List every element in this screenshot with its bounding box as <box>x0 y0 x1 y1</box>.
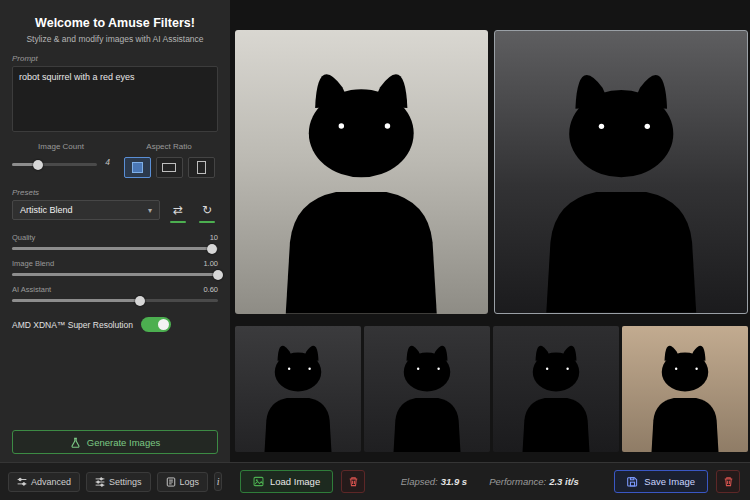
elapsed-stat: Elapsed:31.9 s <box>401 476 467 487</box>
image-count-label: Image Count <box>12 142 110 151</box>
generate-images-button[interactable]: Generate Images <box>12 430 218 454</box>
robot-squirrel-image <box>495 42 748 313</box>
thumbnail-3[interactable] <box>493 326 619 452</box>
thumbnail-image <box>493 331 619 452</box>
run-stats: Elapsed:31.9 s Performance:2.3 it/s <box>401 476 579 487</box>
aspect-landscape-button[interactable] <box>156 157 183 178</box>
welcome-subtitle: Stylize & and modify images with AI Assi… <box>12 34 218 44</box>
chevron-down-icon: ▾ <box>148 206 152 215</box>
delete-source-button[interactable] <box>341 470 365 493</box>
load-image-label: Load Image <box>270 476 320 487</box>
settings-sliders-icon <box>95 477 105 487</box>
thumbnail-image <box>622 331 748 452</box>
super-resolution-toggle[interactable] <box>141 317 171 332</box>
squirrel-astronaut-image <box>235 41 488 314</box>
thumbnail-2[interactable] <box>364 326 490 452</box>
info-icon: i <box>217 476 220 487</box>
delete-result-button[interactable] <box>716 470 740 493</box>
prompt-label: Prompt <box>12 54 218 63</box>
image-blend-label: Image Blend <box>12 259 54 268</box>
ai-assistant-label: AI Assistant <box>12 285 51 294</box>
settings-label: Settings <box>109 477 142 487</box>
aspect-square-button[interactable] <box>124 157 151 178</box>
performance-label: Performance: <box>489 476 546 487</box>
performance-value: 2.3 it/s <box>549 476 579 487</box>
preset-selected-value: Artistic Blend <box>20 205 73 215</box>
bottom-bar: Advanced Settings Logs i <box>0 462 750 500</box>
sidebar: Welcome to Amuse Filters! Stylize & and … <box>0 0 230 462</box>
prompt-input[interactable]: robot squirrel with a red eyes <box>12 66 218 132</box>
sliders-icon <box>17 477 27 487</box>
presets-label: Presets <box>12 188 218 197</box>
super-resolution-label: AMD XDNA™ Super Resolution <box>12 320 133 330</box>
thumbnail-image <box>235 331 361 452</box>
thumbnail-4[interactable] <box>622 326 748 452</box>
elapsed-value: 31.9 s <box>441 476 467 487</box>
trash-icon <box>723 476 734 487</box>
load-image-button[interactable]: Load Image <box>240 470 333 493</box>
flask-icon <box>70 437 81 448</box>
info-button[interactable]: i <box>214 472 222 491</box>
slider-knob[interactable] <box>135 296 145 306</box>
main-workspace <box>230 0 750 462</box>
slider-knob[interactable] <box>213 270 223 280</box>
quality-value: 10 <box>210 233 218 242</box>
canvas-toolbar: Load Image Elapsed:31.9 s Performance:2.… <box>230 470 750 493</box>
image-blend-control: Image Blend 1.00 <box>12 259 218 276</box>
source-image[interactable] <box>235 30 488 314</box>
shuffle-button[interactable]: ⇄ <box>167 200 189 220</box>
refresh-active-indicator <box>199 221 215 223</box>
thumbnail-1[interactable] <box>235 326 361 452</box>
slider-knob[interactable] <box>33 160 43 170</box>
landscape-aspect-icon <box>162 163 176 172</box>
result-image-selected[interactable] <box>494 30 749 314</box>
presets-dropdown[interactable]: Artistic Blend ▾ <box>12 200 160 220</box>
slider-knob[interactable] <box>207 244 217 254</box>
image-blend-slider[interactable] <box>12 273 218 276</box>
toggle-knob <box>158 319 169 330</box>
ai-assistant-control: AI Assistant 0.60 <box>12 285 218 302</box>
super-resolution-row: AMD XDNA™ Super Resolution <box>12 317 218 332</box>
image-count-slider[interactable] <box>12 163 97 166</box>
count-aspect-row: Image Count 4 Aspect Ratio <box>12 142 218 178</box>
app-window: Welcome to Amuse Filters! Stylize & and … <box>0 0 750 500</box>
save-icon <box>627 476 638 487</box>
quality-control: Quality 10 <box>12 233 218 250</box>
image-blend-value: 1.00 <box>203 259 218 268</box>
quality-label: Quality <box>12 233 35 242</box>
refresh-icon: ↻ <box>202 203 212 217</box>
settings-button[interactable]: Settings <box>86 472 151 492</box>
portrait-aspect-icon <box>197 161 206 174</box>
presets-row: Artistic Blend ▾ ⇄ ↻ <box>12 200 218 223</box>
advanced-label: Advanced <box>31 477 71 487</box>
save-image-button[interactable]: Save Image <box>614 470 708 493</box>
square-aspect-icon <box>132 162 143 173</box>
quality-slider[interactable] <box>12 247 218 250</box>
performance-stat: Performance:2.3 it/s <box>489 476 579 487</box>
welcome-title: Welcome to Amuse Filters! <box>12 16 218 30</box>
image-icon <box>253 476 264 487</box>
logs-button[interactable]: Logs <box>157 472 209 492</box>
save-image-label: Save Image <box>644 476 695 487</box>
ai-assistant-slider[interactable] <box>12 299 218 302</box>
logs-label: Logs <box>180 477 200 487</box>
statusbar-left: Advanced Settings Logs i <box>0 472 230 492</box>
aspect-portrait-button[interactable] <box>188 157 215 178</box>
image-comparison-row <box>235 30 748 314</box>
generate-images-label: Generate Images <box>87 437 160 448</box>
aspect-ratio-label: Aspect Ratio <box>120 142 218 151</box>
logs-icon <box>166 477 176 487</box>
shuffle-icon: ⇄ <box>173 203 183 217</box>
results-gallery <box>235 326 748 452</box>
image-count-value: 4 <box>105 157 110 167</box>
shuffle-active-indicator <box>170 221 186 223</box>
thumbnail-image <box>364 331 490 452</box>
ai-assistant-value: 0.60 <box>203 285 218 294</box>
elapsed-label: Elapsed: <box>401 476 438 487</box>
advanced-button[interactable]: Advanced <box>8 472 80 492</box>
refresh-button[interactable]: ↻ <box>196 200 218 220</box>
trash-icon <box>348 476 359 487</box>
